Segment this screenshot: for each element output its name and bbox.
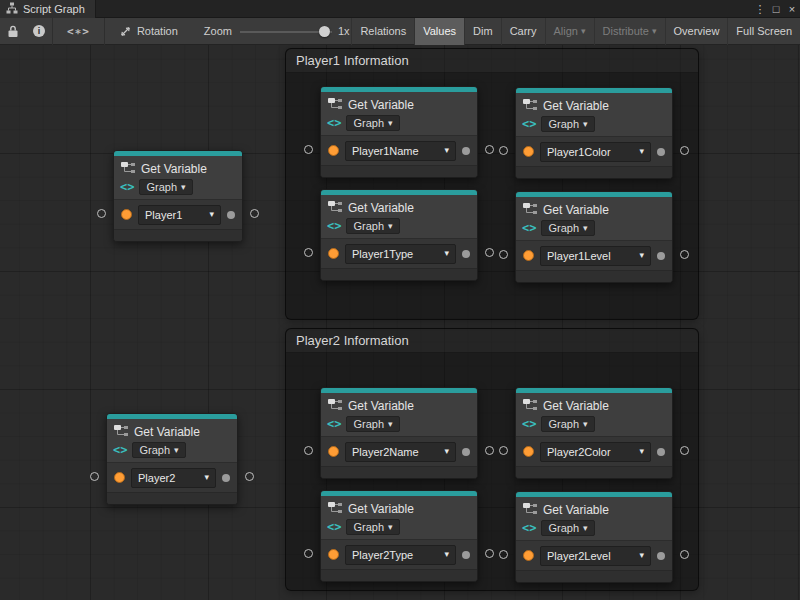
external-output-port[interactable] xyxy=(680,550,689,559)
external-input-port[interactable] xyxy=(304,145,313,154)
scope-dropdown[interactable]: Graph ▾ xyxy=(541,220,594,236)
dim-button[interactable]: Dim xyxy=(464,18,501,45)
zoom-slider[interactable] xyxy=(240,18,332,45)
connection-values-button[interactable]: <∗> xyxy=(53,18,104,45)
align-button[interactable]: Align▾ xyxy=(545,18,594,45)
tab-title: Script Graph xyxy=(23,3,85,15)
external-input-port[interactable] xyxy=(304,248,313,257)
output-port-dot[interactable] xyxy=(462,250,470,258)
node-header: Get Variable <> Graph ▾ xyxy=(516,497,672,540)
get-variable-node[interactable]: Get Variable <> Graph ▾ Player1Name ▾ xyxy=(320,86,478,178)
node-header: Get Variable <> Graph ▾ xyxy=(107,419,237,462)
external-output-port[interactable] xyxy=(485,446,494,455)
scope-dropdown[interactable]: Graph ▾ xyxy=(346,218,399,234)
input-port[interactable] xyxy=(121,209,132,220)
input-port[interactable] xyxy=(114,472,125,483)
get-variable-node[interactable]: Get Variable <> Graph ▾ Player2 ▾ xyxy=(106,413,238,505)
input-port[interactable] xyxy=(523,146,534,157)
input-port[interactable] xyxy=(328,145,339,156)
get-variable-node[interactable]: Get Variable <> Graph ▾ Player2Level ▾ xyxy=(515,491,673,583)
output-port-dot[interactable] xyxy=(462,147,470,155)
overview-button[interactable]: Overview xyxy=(665,18,728,45)
external-input-port[interactable] xyxy=(304,446,313,455)
variable-dropdown[interactable]: Player2Level ▾ xyxy=(540,546,651,566)
unit-icon xyxy=(522,397,538,415)
group-header[interactable]: Player1 Information xyxy=(286,49,698,73)
input-port[interactable] xyxy=(328,248,339,259)
variable-dropdown[interactable]: Player1Color ▾ xyxy=(540,142,651,162)
chevron-down-icon: ▾ xyxy=(639,551,644,560)
scope-dropdown[interactable]: Graph ▾ xyxy=(346,416,399,432)
relations-button[interactable]: Relations xyxy=(351,18,414,45)
output-port-dot[interactable] xyxy=(227,211,235,219)
get-variable-node[interactable]: Get Variable <> Graph ▾ Player2Type ▾ xyxy=(320,490,478,582)
scope-dropdown[interactable]: Graph ▾ xyxy=(541,416,594,432)
output-port-dot[interactable] xyxy=(222,474,230,482)
node-header: Get Variable <> Graph ▾ xyxy=(516,197,672,240)
output-port-dot[interactable] xyxy=(657,148,665,156)
external-input-port[interactable] xyxy=(499,550,508,559)
output-port-dot[interactable] xyxy=(657,552,665,560)
variable-dropdown[interactable]: Player2 ▾ xyxy=(131,468,216,488)
chevron-down-icon: ▾ xyxy=(639,447,644,456)
window-menu-button[interactable]: ⋮ xyxy=(752,0,768,18)
fullscreen-button[interactable]: Full Screen xyxy=(727,18,800,45)
output-port-dot[interactable] xyxy=(462,551,470,559)
variable-dropdown[interactable]: Player1Level ▾ xyxy=(540,246,651,266)
scope-dropdown[interactable]: Graph ▾ xyxy=(346,519,399,535)
output-port-dot[interactable] xyxy=(657,448,665,456)
variable-dropdown[interactable]: Player2Name ▾ xyxy=(345,442,456,462)
graph-scope-icon: <> xyxy=(327,117,341,129)
external-output-port[interactable] xyxy=(680,250,689,259)
external-input-port[interactable] xyxy=(499,146,508,155)
external-output-port[interactable] xyxy=(245,472,254,481)
external-output-port[interactable] xyxy=(680,146,689,155)
external-output-port[interactable] xyxy=(485,549,494,558)
zoom-slider-handle[interactable] xyxy=(319,26,330,37)
input-port[interactable] xyxy=(523,550,534,561)
output-port-dot[interactable] xyxy=(657,252,665,260)
rotation-control[interactable]: Rotation xyxy=(119,25,178,38)
input-port[interactable] xyxy=(328,549,339,560)
variable-dropdown[interactable]: Player2Color ▾ xyxy=(540,442,651,462)
get-variable-node[interactable]: Get Variable <> Graph ▾ Player2Color ▾ xyxy=(515,387,673,479)
input-port[interactable] xyxy=(523,446,534,457)
output-port-dot[interactable] xyxy=(462,448,470,456)
get-variable-node[interactable]: Get Variable <> Graph ▾ Player1 ▾ xyxy=(113,150,243,242)
lock-button[interactable] xyxy=(0,18,26,45)
external-output-port[interactable] xyxy=(485,248,494,257)
variable-dropdown[interactable]: Player1Type ▾ xyxy=(345,244,456,264)
external-input-port[interactable] xyxy=(304,549,313,558)
unit-icon xyxy=(522,501,538,519)
group-header[interactable]: Player2 Information xyxy=(286,329,698,353)
get-variable-node[interactable]: Get Variable <> Graph ▾ Player2Name ▾ xyxy=(320,387,478,479)
carry-button[interactable]: Carry xyxy=(501,18,545,45)
scope-dropdown[interactable]: Graph ▾ xyxy=(541,520,594,536)
get-variable-node[interactable]: Get Variable <> Graph ▾ Player1Level ▾ xyxy=(515,191,673,283)
variable-dropdown[interactable]: Player1 ▾ xyxy=(138,205,221,225)
graph-canvas[interactable]: Player1 Information Player2 Information … xyxy=(0,45,800,600)
scope-dropdown[interactable]: Graph ▾ xyxy=(132,442,185,458)
external-output-port[interactable] xyxy=(680,446,689,455)
variable-dropdown[interactable]: Player1Name ▾ xyxy=(345,141,456,161)
values-button[interactable]: Values xyxy=(414,18,464,45)
get-variable-node[interactable]: Get Variable <> Graph ▾ Player1Type ▾ xyxy=(320,189,478,281)
external-input-port[interactable] xyxy=(90,472,99,481)
variable-dropdown[interactable]: Player2Type ▾ xyxy=(345,545,456,565)
external-output-port[interactable] xyxy=(485,145,494,154)
scope-dropdown[interactable]: Graph ▾ xyxy=(346,115,399,131)
external-input-port[interactable] xyxy=(499,446,508,455)
input-port[interactable] xyxy=(523,250,534,261)
window-close-button[interactable]: × xyxy=(784,0,800,18)
external-input-port[interactable] xyxy=(97,209,106,218)
external-output-port[interactable] xyxy=(250,209,259,218)
scope-dropdown[interactable]: Graph ▾ xyxy=(139,179,192,195)
scope-dropdown[interactable]: Graph ▾ xyxy=(541,116,594,132)
tab-script-graph[interactable]: Script Graph xyxy=(0,0,96,18)
external-input-port[interactable] xyxy=(499,250,508,259)
info-button[interactable]: i xyxy=(26,18,52,45)
get-variable-node[interactable]: Get Variable <> Graph ▾ Player1Color ▾ xyxy=(515,87,673,179)
input-port[interactable] xyxy=(328,446,339,457)
window-maximize-button[interactable]: □ xyxy=(768,0,784,18)
distribute-button[interactable]: Distribute▾ xyxy=(594,18,665,45)
